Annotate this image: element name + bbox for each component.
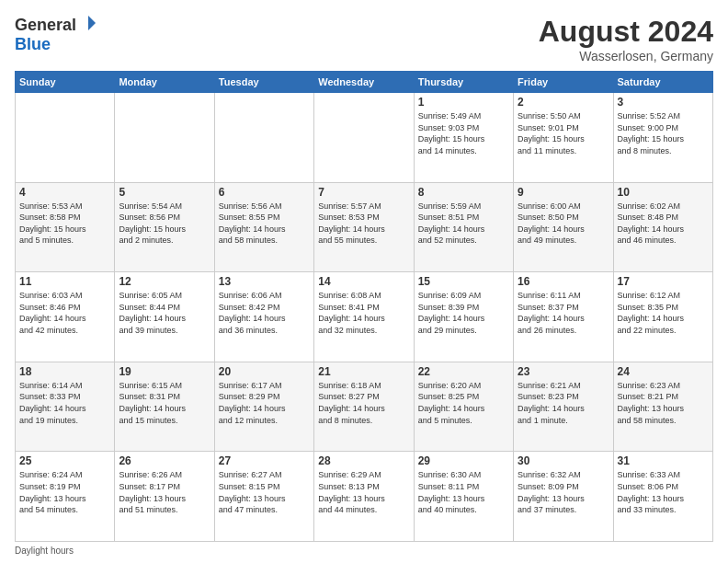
day-info-7: Sunrise: 5:57 AM Sunset: 8:53 PM Dayligh… — [318, 201, 409, 247]
day-num-5: 5 — [119, 186, 210, 199]
day-info-27: Sunrise: 6:27 AM Sunset: 8:15 PM Dayligh… — [219, 469, 310, 515]
cell-2-6: 17Sunrise: 6:12 AM Sunset: 8:35 PM Dayli… — [613, 272, 712, 362]
day-info-8: Sunrise: 5:59 AM Sunset: 8:51 PM Dayligh… — [418, 201, 509, 247]
cell-4-6: 31Sunrise: 6:33 AM Sunset: 8:06 PM Dayli… — [613, 452, 712, 542]
week-row-3: 11Sunrise: 6:03 AM Sunset: 8:46 PM Dayli… — [16, 272, 713, 362]
day-info-28: Sunrise: 6:29 AM Sunset: 8:13 PM Dayligh… — [318, 469, 409, 515]
header-friday: Friday — [514, 72, 613, 93]
day-num-24: 24 — [618, 365, 709, 378]
day-info-20: Sunrise: 6:17 AM Sunset: 8:29 PM Dayligh… — [219, 380, 310, 426]
day-info-19: Sunrise: 6:15 AM Sunset: 8:31 PM Dayligh… — [119, 380, 210, 426]
day-num-11: 11 — [19, 275, 110, 288]
day-num-8: 8 — [418, 186, 509, 199]
cell-4-1: 26Sunrise: 6:26 AM Sunset: 8:17 PM Dayli… — [115, 452, 214, 542]
day-info-15: Sunrise: 6:09 AM Sunset: 8:39 PM Dayligh… — [418, 290, 509, 336]
day-info-18: Sunrise: 6:14 AM Sunset: 8:33 PM Dayligh… — [19, 380, 110, 426]
day-info-25: Sunrise: 6:24 AM Sunset: 8:19 PM Dayligh… — [19, 469, 110, 515]
day-info-21: Sunrise: 6:18 AM Sunset: 8:27 PM Dayligh… — [318, 380, 409, 426]
cell-0-0 — [16, 93, 115, 183]
day-info-2: Sunrise: 5:50 AM Sunset: 9:01 PM Dayligh… — [518, 110, 609, 156]
header: General Blue August 2024 Wasserlosen, Ge… — [15, 15, 713, 63]
day-info-5: Sunrise: 5:54 AM Sunset: 8:56 PM Dayligh… — [119, 201, 210, 247]
svg-marker-0 — [88, 16, 96, 30]
day-num-21: 21 — [318, 365, 409, 378]
footer: Daylight hours — [15, 546, 713, 556]
day-num-1: 1 — [418, 96, 509, 109]
day-info-12: Sunrise: 6:05 AM Sunset: 8:44 PM Dayligh… — [119, 290, 210, 336]
title-block: August 2024 Wasserlosen, Germany — [539, 15, 713, 63]
day-num-17: 17 — [618, 275, 709, 288]
cell-0-4: 1Sunrise: 5:49 AM Sunset: 9:03 PM Daylig… — [414, 93, 513, 183]
cell-1-2: 6Sunrise: 5:56 AM Sunset: 8:55 PM Daylig… — [214, 182, 313, 272]
day-num-13: 13 — [219, 275, 310, 288]
cell-2-3: 14Sunrise: 6:08 AM Sunset: 8:41 PM Dayli… — [314, 272, 414, 362]
day-num-10: 10 — [618, 186, 709, 199]
day-info-24: Sunrise: 6:23 AM Sunset: 8:21 PM Dayligh… — [618, 380, 709, 426]
day-info-9: Sunrise: 6:00 AM Sunset: 8:50 PM Dayligh… — [518, 201, 609, 247]
day-num-4: 4 — [19, 186, 110, 199]
day-num-26: 26 — [119, 454, 210, 467]
day-info-22: Sunrise: 6:20 AM Sunset: 8:25 PM Dayligh… — [418, 380, 509, 426]
day-num-20: 20 — [219, 365, 310, 378]
day-num-3: 3 — [618, 96, 709, 109]
calendar-header-row: SundayMondayTuesdayWednesdayThursdayFrid… — [16, 72, 713, 93]
day-info-1: Sunrise: 5:49 AM Sunset: 9:03 PM Dayligh… — [418, 110, 509, 156]
cell-2-5: 16Sunrise: 6:11 AM Sunset: 8:37 PM Dayli… — [514, 272, 613, 362]
day-info-31: Sunrise: 6:33 AM Sunset: 8:06 PM Dayligh… — [618, 469, 709, 515]
day-info-11: Sunrise: 6:03 AM Sunset: 8:46 PM Dayligh… — [19, 290, 110, 336]
cell-1-5: 9Sunrise: 6:00 AM Sunset: 8:50 PM Daylig… — [514, 182, 613, 272]
logo-blue: Blue — [15, 35, 51, 53]
cell-1-4: 8Sunrise: 5:59 AM Sunset: 8:51 PM Daylig… — [414, 182, 513, 272]
logo-text: General — [15, 15, 97, 35]
cell-1-6: 10Sunrise: 6:02 AM Sunset: 8:48 PM Dayli… — [613, 182, 712, 272]
day-info-14: Sunrise: 6:08 AM Sunset: 8:41 PM Dayligh… — [318, 290, 409, 336]
cell-4-3: 28Sunrise: 6:29 AM Sunset: 8:13 PM Dayli… — [314, 452, 414, 542]
cell-1-1: 5Sunrise: 5:54 AM Sunset: 8:56 PM Daylig… — [115, 182, 214, 272]
cell-3-3: 21Sunrise: 6:18 AM Sunset: 8:27 PM Dayli… — [314, 362, 414, 452]
cell-1-0: 4Sunrise: 5:53 AM Sunset: 8:58 PM Daylig… — [16, 182, 115, 272]
day-num-19: 19 — [119, 365, 210, 378]
day-num-30: 30 — [518, 454, 609, 467]
cell-3-4: 22Sunrise: 6:20 AM Sunset: 8:25 PM Dayli… — [414, 362, 513, 452]
day-num-27: 27 — [219, 454, 310, 467]
cell-0-1 — [115, 93, 214, 183]
day-num-28: 28 — [318, 454, 409, 467]
cell-0-6: 3Sunrise: 5:52 AM Sunset: 9:00 PM Daylig… — [613, 93, 712, 183]
day-info-10: Sunrise: 6:02 AM Sunset: 8:48 PM Dayligh… — [618, 201, 709, 247]
day-num-9: 9 — [518, 186, 609, 199]
day-info-4: Sunrise: 5:53 AM Sunset: 8:58 PM Dayligh… — [19, 201, 110, 247]
day-num-25: 25 — [19, 454, 110, 467]
page: General Blue August 2024 Wasserlosen, Ge… — [0, 0, 728, 563]
day-num-29: 29 — [418, 454, 509, 467]
day-info-3: Sunrise: 5:52 AM Sunset: 9:00 PM Dayligh… — [618, 110, 709, 156]
week-row-1: 1Sunrise: 5:49 AM Sunset: 9:03 PM Daylig… — [16, 93, 713, 183]
header-saturday: Saturday — [613, 72, 712, 93]
day-info-30: Sunrise: 6:32 AM Sunset: 8:09 PM Dayligh… — [518, 469, 609, 515]
week-row-2: 4Sunrise: 5:53 AM Sunset: 8:58 PM Daylig… — [16, 182, 713, 272]
cell-3-1: 19Sunrise: 6:15 AM Sunset: 8:31 PM Dayli… — [115, 362, 214, 452]
header-tuesday: Tuesday — [214, 72, 313, 93]
day-info-17: Sunrise: 6:12 AM Sunset: 8:35 PM Dayligh… — [618, 290, 709, 336]
cell-4-4: 29Sunrise: 6:30 AM Sunset: 8:11 PM Dayli… — [414, 452, 513, 542]
cell-4-2: 27Sunrise: 6:27 AM Sunset: 8:15 PM Dayli… — [214, 452, 313, 542]
day-num-2: 2 — [518, 96, 609, 109]
month-year: August 2024 — [539, 15, 713, 49]
day-num-12: 12 — [119, 275, 210, 288]
daylight-label: Daylight hours — [15, 546, 74, 556]
week-row-5: 25Sunrise: 6:24 AM Sunset: 8:19 PM Dayli… — [16, 452, 713, 542]
day-num-23: 23 — [518, 365, 609, 378]
day-num-7: 7 — [318, 186, 409, 199]
week-row-4: 18Sunrise: 6:14 AM Sunset: 8:33 PM Dayli… — [16, 362, 713, 452]
header-thursday: Thursday — [414, 72, 513, 93]
cell-2-1: 12Sunrise: 6:05 AM Sunset: 8:44 PM Dayli… — [115, 272, 214, 362]
logo-blue-text: Blue — [15, 35, 51, 54]
cell-0-5: 2Sunrise: 5:50 AM Sunset: 9:01 PM Daylig… — [514, 93, 613, 183]
cell-3-2: 20Sunrise: 6:17 AM Sunset: 8:29 PM Dayli… — [214, 362, 313, 452]
day-info-29: Sunrise: 6:30 AM Sunset: 8:11 PM Dayligh… — [418, 469, 509, 515]
cell-3-6: 24Sunrise: 6:23 AM Sunset: 8:21 PM Dayli… — [613, 362, 712, 452]
location: Wasserlosen, Germany — [539, 49, 713, 63]
cell-2-2: 13Sunrise: 6:06 AM Sunset: 8:42 PM Dayli… — [214, 272, 313, 362]
day-info-26: Sunrise: 6:26 AM Sunset: 8:17 PM Dayligh… — [119, 469, 210, 515]
cell-2-4: 15Sunrise: 6:09 AM Sunset: 8:39 PM Dayli… — [414, 272, 513, 362]
day-num-31: 31 — [618, 454, 709, 467]
